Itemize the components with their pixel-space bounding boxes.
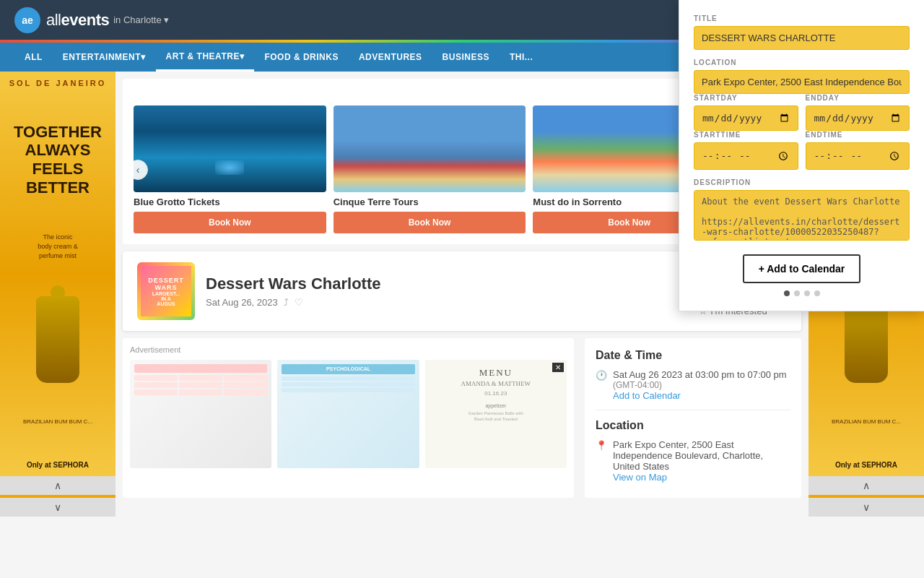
popup-starttime-label: STARTTIME [694,131,798,139]
popup-dot-4 [814,290,820,296]
nav-item-adventures[interactable]: ADVENTURES [349,43,432,72]
event-date-text: Sat Aug 26, 2023 [206,297,278,308]
popup-pagination-dots [694,290,910,296]
left-ad-brand-top: SOL DE JANEIRO [9,79,107,87]
event-date-row: Sat Aug 26, 2023 ⤴ ♡ [206,297,668,308]
location-text: in Charlotte [113,14,161,25]
left-ad-bottom-text: BRAZILIAN BUM BUM C... [23,418,92,425]
ad-section: Advertisement [123,338,574,498]
popup-dot-1 [784,290,790,296]
carousel-item-2-book-now-button[interactable]: Book Now [334,212,526,233]
popup-endday-label: ENDDAY [806,94,910,102]
popup-title-input[interactable] [694,26,910,50]
ad-close-button[interactable]: ✕ [552,363,564,372]
nav-item-art-theatre[interactable]: ART & THEATRE ▾ [156,43,255,72]
location-address-text: Park Expo Center, 2500 East Independence… [613,439,790,472]
right-scroll-up-button[interactable]: ∧ [808,476,924,495]
clock-icon: 🕐 [596,370,607,381]
popup-endtime-input[interactable] [806,142,910,170]
location-row: 📍 Park Expo Center, 2500 East Independen… [596,439,790,483]
popup-startday-input[interactable] [694,105,798,131]
timezone-text: (GMT-04:00) [613,380,787,390]
carousel-item-1-title: Blue Grotto Tickets [134,197,326,207]
left-ad-bottle [36,296,79,383]
popup-location-input[interactable] [694,70,910,94]
left-ad-sub: The iconic body cream & perfume mist [38,233,78,260]
popup-starttime-input[interactable] [694,142,798,170]
carousel-item-2: Cinque Terre Tours Book Now [334,105,526,233]
left-scroll-up-button[interactable]: ∧ [0,476,116,495]
left-ad-main-text: TOGETHER ALWAYS FEELS BETTER [14,124,102,197]
date-time-row: 🕐 Sat Aug 26 2023 at 03:00 pm to 07:00 p… [596,369,790,401]
popup-dot-2 [794,290,800,296]
logo-icon: ae [14,7,40,33]
popup-location-label: LOCATION [694,59,910,66]
popup-dot-3 [804,290,810,296]
carousel-item-1-book-now-button[interactable]: Book Now [134,212,326,233]
add-to-calendar-link[interactable]: Add to Calendar [613,390,681,401]
carousel-item-2-title: Cinque Terre Tours [334,197,526,207]
ad-label: Advertisement [130,345,567,354]
share-icon[interactable]: ⤴ [284,297,289,308]
date-time-section-title: Date & Time [596,349,790,362]
popup-endday-input[interactable] [806,105,910,131]
left-ad-inner: SOL DE JANEIRO TOGETHER ALWAYS FEELS BET… [0,72,116,476]
nav-item-more[interactable]: THI... [500,43,543,72]
info-divider-1 [596,410,790,410]
ad-item-3: ✕ MENU AMANDA & MATTHEW 01.16.23 appetiz… [425,360,567,468]
popup-endtime-label: ENDTIME [806,131,910,139]
nav-item-all[interactable]: ALL [14,43,53,72]
left-ad: SOL DE JANEIRO TOGETHER ALWAYS FEELS BET… [0,72,116,517]
logo-text: allevents [46,11,109,30]
event-thumbnail: DESSERT WARS LARGEST... IN A AUGUS [137,262,195,320]
date-time-text: Sat Aug 26 2023 at 03:00 pm to 07:00 pm [613,369,787,380]
location-badge[interactable]: in Charlotte ▾ [113,14,168,25]
carousel-item-1-image [134,105,326,192]
logo-area[interactable]: ae allevents [14,7,109,33]
right-ad-sephora: Only at SEPHORA [835,461,897,469]
nav-item-entertainment[interactable]: ENTERTAINMENT ▾ [53,43,156,72]
ad-content: PSYCHOLOGICAL ✕ MENU AMANDA & M [130,360,567,468]
right-ad-bottom-text: BRAZILIAN BUM BUM C... [832,418,901,425]
popup-description-label: DESCRIPTION [694,178,910,186]
bottom-section: Advertisement [123,338,801,498]
event-title: Dessert Wars Charlotte [206,275,668,293]
ad-item-1 [130,360,271,468]
ad-item-2: PSYCHOLOGICAL [277,360,419,468]
info-section: Date & Time 🕐 Sat Aug 26 2023 at 03:00 p… [585,338,801,498]
carousel-item-2-image [334,105,526,192]
popup-startday-label: STARTDAY [694,94,798,102]
left-ad-sephora: Only at SEPHORA [27,461,89,469]
location-section-title: Location [596,419,790,432]
carousel-item-1: Blue Grotto Tickets Book Now [134,105,326,233]
location-dropdown-icon: ▾ [164,14,169,25]
popup-title-label: TITLE [694,14,910,22]
event-info: Dessert Wars Charlotte Sat Aug 26, 2023 … [206,275,668,308]
heart-icon[interactable]: ♡ [295,297,303,308]
left-scroll-down-button[interactable]: ∨ [0,498,116,517]
view-on-map-link[interactable]: View on Map [613,472,667,483]
nav-item-food-drinks[interactable]: FOOD & DRINKS [254,43,349,72]
popup-add-to-calendar-button[interactable]: + Add to Calendar [743,254,861,283]
nav-item-business[interactable]: BUSINESS [432,43,500,72]
location-pin-icon: 📍 [596,440,607,451]
right-scroll-down-button[interactable]: ∨ [808,498,924,517]
popup-container: TITLE LOCATION STARTDAY ENDDAY STARTTIME… [679,0,924,311]
popup-description-textarea[interactable]: About the event Dessert Wars Charlotte h… [694,190,910,241]
